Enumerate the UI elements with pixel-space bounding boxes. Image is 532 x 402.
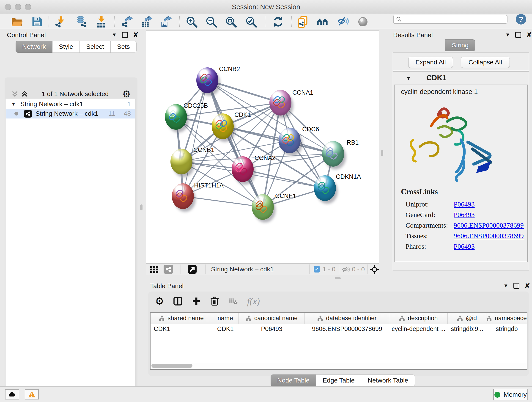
zoom-fit-icon[interactable] (225, 15, 237, 28)
fit-selected-crosshair-icon[interactable] (370, 265, 379, 274)
detach-view-icon[interactable] (187, 264, 197, 274)
cloud-button[interactable] (5, 389, 19, 400)
apply-layout-icon[interactable] (272, 15, 285, 28)
crosslink-link[interactable]: P06493 (454, 200, 475, 208)
grid-view-icon[interactable] (149, 265, 159, 274)
crosslink-link[interactable]: 9606.ENSP00000378699 (454, 221, 524, 229)
table-cell[interactable]: cyclin-dependent ... (389, 324, 447, 334)
gene-collapse-icon[interactable]: ▼ (406, 75, 411, 81)
tab-string[interactable]: String (445, 39, 475, 51)
column-header-database-identifier[interactable]: database identifier (305, 313, 389, 324)
expand-all-networks-icon[interactable] (21, 90, 28, 97)
graphics-details-icon[interactable] (356, 15, 369, 28)
tab-sets[interactable]: Sets (111, 41, 137, 53)
left-splitter-handle[interactable] (140, 204, 143, 211)
control-panel-float-icon[interactable] (122, 32, 128, 38)
table-panel-close-icon[interactable]: ✘ (525, 283, 530, 288)
export-image-icon[interactable] (159, 15, 172, 28)
results-panel-float-icon[interactable] (515, 32, 521, 38)
node-CDC6[interactable] (279, 128, 301, 153)
import-network-icon[interactable] (54, 15, 67, 28)
right-splitter-handle[interactable] (381, 150, 383, 156)
network-collection-row[interactable]: ▼ String Network – cdk1 1 (6, 99, 135, 109)
table-cell[interactable]: stringdb:9... (448, 324, 487, 334)
table-horizontal-scrollbar[interactable] (151, 363, 526, 368)
first-neighbors-icon[interactable] (316, 15, 329, 28)
zoom-in-icon[interactable] (185, 15, 198, 28)
node-CCNE1[interactable] (252, 194, 274, 220)
create-column-icon[interactable] (191, 296, 201, 306)
tab-edge-table[interactable]: Edge Table (316, 375, 361, 386)
node-CDK1[interactable] (212, 114, 234, 139)
table-cell[interactable]: 9606.ENSP00000378699 (305, 324, 389, 334)
search-input[interactable] (402, 16, 499, 23)
network-row[interactable]: String Network – cdk1 11 48 (6, 109, 135, 119)
string-view-icon[interactable] (164, 265, 173, 274)
import-network-database-icon[interactable] (75, 15, 88, 28)
tab-network[interactable]: Network (16, 41, 52, 53)
hide-selected-icon[interactable] (337, 15, 350, 28)
node-CCNA1[interactable] (269, 90, 291, 115)
node-structure-icon (212, 114, 234, 139)
column-label: database identifier (326, 315, 377, 322)
tab-node-table[interactable]: Node Table (271, 375, 316, 386)
edge-CCNB2-CCNA1[interactable] (207, 80, 280, 103)
expand-all-button[interactable]: Expand All (408, 57, 453, 68)
results-panel-close-icon[interactable]: ✘ (526, 32, 532, 37)
help-icon[interactable]: ? (516, 14, 526, 25)
node-HIST1H1A[interactable] (172, 183, 194, 209)
clone-network-icon[interactable] (297, 15, 309, 28)
memory-button[interactable]: Memory (493, 389, 528, 400)
control-panel-collapse-icon[interactable]: ▼ (112, 32, 117, 38)
control-panel-close-icon[interactable]: ✘ (133, 32, 139, 37)
tab-network-table[interactable]: Network Table (361, 375, 415, 386)
column-header-canonical-name[interactable]: canonical name (239, 313, 305, 324)
node-label-CCNA2: CCNA2 (254, 154, 276, 162)
warnings-button[interactable] (25, 389, 39, 400)
export-table-icon[interactable] (140, 15, 153, 28)
selected-checkbox-icon[interactable]: ✓ (314, 266, 320, 273)
table-cell[interactable]: stringdb (486, 324, 527, 334)
node-CCNB1[interactable] (171, 149, 192, 174)
node-RB1[interactable] (322, 141, 344, 167)
import-table-icon[interactable] (94, 15, 107, 28)
bottom-splitter-handle[interactable] (335, 277, 341, 279)
network-graph[interactable]: CCNB2CCNA1CDC25BCDK1CDC6RB1CCNB1CCNA2CDK… (146, 31, 379, 263)
node-CDKN1A[interactable] (314, 175, 336, 201)
show-columns-icon[interactable] (173, 296, 183, 306)
column-header-namespace[interactable]: namespace (486, 313, 527, 324)
table-panel-float-icon[interactable] (513, 283, 519, 289)
delete-columns-icon[interactable] (210, 296, 220, 306)
tree-expand-icon[interactable]: ▼ (11, 102, 16, 107)
table-options-gear-icon[interactable]: ⚙ (155, 297, 164, 306)
crosslink-link[interactable]: P06493 (454, 242, 475, 250)
scrollbar-thumb[interactable] (152, 364, 192, 368)
table-row[interactable]: CDK1CDK1P064939606.ENSP00000378699cyclin… (151, 324, 527, 334)
tab-style[interactable]: Style (52, 41, 80, 53)
network-view[interactable]: CCNB2CCNA1CDC25BCDK1CDC6RB1CCNB1CCNA2CDK… (146, 31, 379, 275)
edge-HIST1H1A-CCNE1[interactable] (183, 196, 263, 207)
table-cell[interactable]: CDK1 (212, 324, 239, 334)
node-CCNA2[interactable] (232, 156, 254, 182)
table-cell[interactable]: P06493 (239, 324, 305, 334)
export-network-icon[interactable] (121, 15, 134, 28)
open-session-icon[interactable] (10, 15, 23, 28)
results-panel-collapse-icon[interactable]: ▼ (505, 32, 510, 38)
column-header-shared-name[interactable]: shared name (151, 313, 212, 324)
table-panel-collapse-icon[interactable]: ▼ (503, 283, 508, 289)
network-options-gear-icon[interactable]: ⚙ (122, 89, 131, 99)
node-CCNB2[interactable] (196, 67, 218, 93)
table-cell[interactable]: CDK1 (151, 324, 212, 334)
collapse-all-button[interactable]: Collapse All (461, 57, 510, 68)
save-session-icon[interactable] (31, 15, 43, 28)
collapse-all-networks-icon[interactable] (12, 90, 18, 97)
crosslink-link[interactable]: P06493 (454, 211, 475, 219)
column-header-name[interactable]: name (212, 313, 239, 324)
zoom-out-icon[interactable] (205, 15, 218, 28)
column-header-description[interactable]: description (389, 313, 447, 324)
crosslink-link[interactable]: 9606.ENSP00000378699 (454, 232, 524, 240)
zoom-selected-icon[interactable] (245, 15, 258, 28)
tab-select[interactable]: Select (80, 41, 111, 53)
search-icon (396, 16, 402, 22)
column-header--id[interactable]: @id (448, 313, 487, 324)
